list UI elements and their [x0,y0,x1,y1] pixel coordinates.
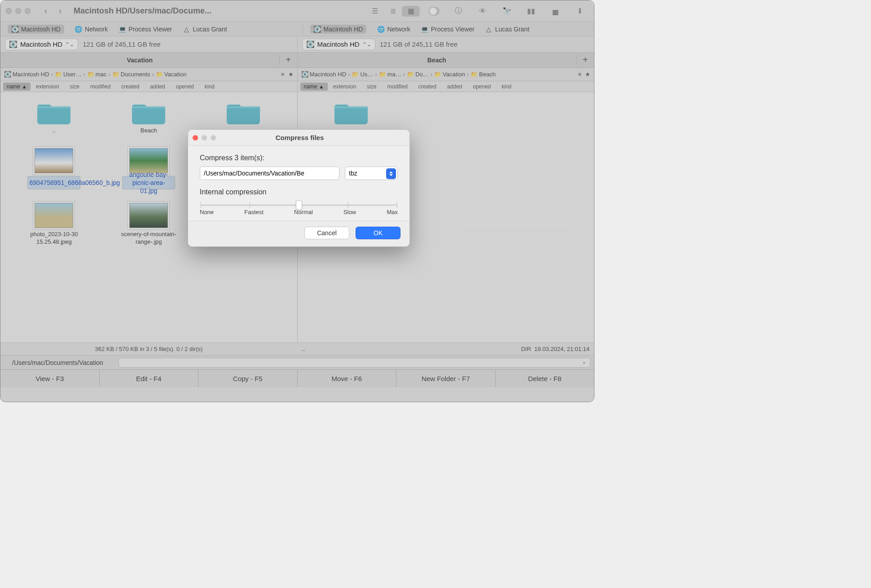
list-item[interactable]: Beach [101,98,196,135]
toolbar-icons: ⓘ 👁 🔭 ▮▮ ▅ ⬇ [429,7,589,16]
list-item[interactable]: 6904758951_6868a06560_b.jpg [7,148,101,189]
col-kind[interactable]: kind [199,83,220,90]
status-right: .. DIR 19.03.2024, 21:01:14 [297,343,594,355]
close-dialog-icon[interactable] [193,135,198,140]
minimize-window-icon[interactable] [15,8,21,14]
col-opened[interactable]: opened [467,83,496,90]
cancel-button[interactable]: Cancel [304,227,349,239]
minimize-dialog-icon[interactable] [202,135,207,140]
col-created[interactable]: created [116,83,145,90]
shelf-macintosh-hd[interactable]: 💽Macintosh HD [8,25,64,34]
slider-thumb[interactable] [296,200,302,210]
archive-format-select[interactable]: tbz [345,167,398,180]
file-label: Beach [141,127,157,135]
dual-pane-icon[interactable]: ▮▮ [526,7,537,16]
col-kind[interactable]: kind [496,83,517,90]
terminal-icon[interactable]: ▅ [550,7,561,16]
crumb[interactable]: 📁 ma… [379,71,401,78]
breadcrumb: 💽 Macintosh HD› 📁 Us…› 📁 ma…› 📁 Do…› 📁 V… [298,68,594,81]
breadcrumb: 💽 Macintosh HD› 📁 User…› 📁 mac› 📁 Docume… [0,68,297,81]
star-icon[interactable]: ★ [288,71,294,78]
col-modified[interactable]: modified [382,83,413,90]
compress-heading: Compress 3 item(s): [200,154,398,162]
col-name[interactable]: name ▲ [3,83,31,91]
col-added[interactable]: added [145,83,170,90]
fkey-view[interactable]: View - F3 [0,370,100,387]
chevron-updown-icon [386,168,396,179]
disk-name: Macintosh HD [20,40,62,48]
zoom-dialog-icon[interactable] [211,135,216,140]
shelf-network[interactable]: 🌐Network [377,26,410,33]
crumb[interactable]: 📁 Vacation [156,71,187,78]
binoculars-icon[interactable]: 🔭 [501,7,512,16]
list-item[interactable]: .. [7,98,101,135]
archive-path-input[interactable] [200,167,339,180]
crumb[interactable]: 📁 Do… [407,71,429,78]
info-icon[interactable]: ⓘ [453,7,464,16]
crumb[interactable]: 💽 Macintosh HD [301,71,347,78]
col-size[interactable]: size [65,83,85,90]
preview-eye-icon[interactable]: 👁 [477,7,488,16]
shelf-process-viewer[interactable]: 💻Process Viewer [421,26,475,33]
col-opened[interactable]: opened [171,83,199,90]
crumb[interactable]: 📁 Beach [471,71,496,78]
view-list-icon[interactable]: ☰ [366,6,384,17]
crumb[interactable]: 📁 mac [87,71,107,78]
fkey-move[interactable]: Move - F6 [298,370,397,387]
list-item[interactable]: photo_2023-10-30 15.25.48.jpeg [7,203,101,246]
view-columns-icon[interactable]: ≣ [384,6,402,17]
tab-add-icon[interactable]: + [576,55,594,65]
view-mode-segment[interactable]: ☰ ≣ ▦ [366,6,420,17]
column-headers[interactable]: name ▲ extension size modified created a… [298,81,594,92]
view-grid-icon[interactable]: ▦ [402,6,420,17]
star-icon[interactable]: ★ [585,71,590,78]
gdrive-icon: △ [183,26,190,33]
col-created[interactable]: created [413,83,442,90]
ok-button[interactable]: OK [356,227,400,239]
download-icon[interactable]: ⬇ [574,7,585,16]
fkey-copy[interactable]: Copy - F5 [198,370,298,387]
shelf-gdrive[interactable]: △Lucas Grant [485,26,529,33]
nav-forward-icon[interactable]: › [54,5,66,17]
list-icon[interactable]: ≡ [578,71,581,78]
column-headers[interactable]: name ▲ extension size modified created a… [0,81,297,92]
disk-selector[interactable]: 💽 Macintosh HD ⌃⌄ [302,39,375,50]
crumb[interactable]: 📁 Us… [352,71,373,78]
tab-vacation[interactable]: Vacation [0,57,279,64]
shelf-process-viewer[interactable]: 💻Process Viewer [119,26,172,33]
path-dropdown[interactable] [119,358,590,368]
shelf-gdrive[interactable]: △Lucas Grant [183,26,227,33]
col-extension[interactable]: extension [31,83,64,90]
favorites-shelf: 💽Macintosh HD 🌐Network 💻Process Viewer △… [0,22,594,36]
shelf-network[interactable]: 🌐Network [75,26,108,33]
crumb[interactable]: 📁 Vacation [434,71,465,78]
nav-back-icon[interactable]: ‹ [40,5,52,17]
fkey-edit[interactable]: Edit - F4 [100,370,199,387]
fkey-delete[interactable]: Delete - F8 [496,370,594,387]
crumb[interactable]: 📁 Documents [112,71,150,78]
list-item[interactable] [304,98,399,127]
crumb[interactable]: 📁 User… [55,71,81,78]
compression-slider[interactable]: None Fastest Normal Slow Max [200,204,398,217]
shelf-macintosh-hd[interactable]: 💽Macintosh HD [310,25,367,34]
zoom-window-icon[interactable] [25,8,31,14]
tab-beach[interactable]: Beach [298,57,576,64]
col-name[interactable]: name ▲ [300,83,328,91]
folder-icon [37,98,70,124]
fkey-newfolder[interactable]: New Folder - F7 [396,370,496,387]
close-window-icon[interactable] [6,8,12,14]
image-thumb [35,203,73,228]
crumb[interactable]: 💽 Macintosh HD [4,71,49,78]
col-modified[interactable]: modified [85,83,116,90]
compress-dialog: Compress files Compress 3 item(s): tbz I… [188,129,410,247]
col-extension[interactable]: extension [328,83,361,90]
tab-add-icon[interactable]: + [279,55,297,65]
list-item[interactable]: scenery-of-mountain-range-.jpg [101,203,196,246]
shelf-right: 💽Macintosh HD 🌐Network 💻Process Viewer △… [303,25,594,34]
col-size[interactable]: size [361,83,382,90]
disk-selector[interactable]: 💽 Macintosh HD ⌃⌄ [5,39,78,50]
hidden-toggle[interactable] [429,7,440,16]
list-icon[interactable]: ≡ [281,71,285,78]
file-label: 6904758951_6868a06560_b.jpg [27,176,80,189]
col-added[interactable]: added [442,83,467,90]
